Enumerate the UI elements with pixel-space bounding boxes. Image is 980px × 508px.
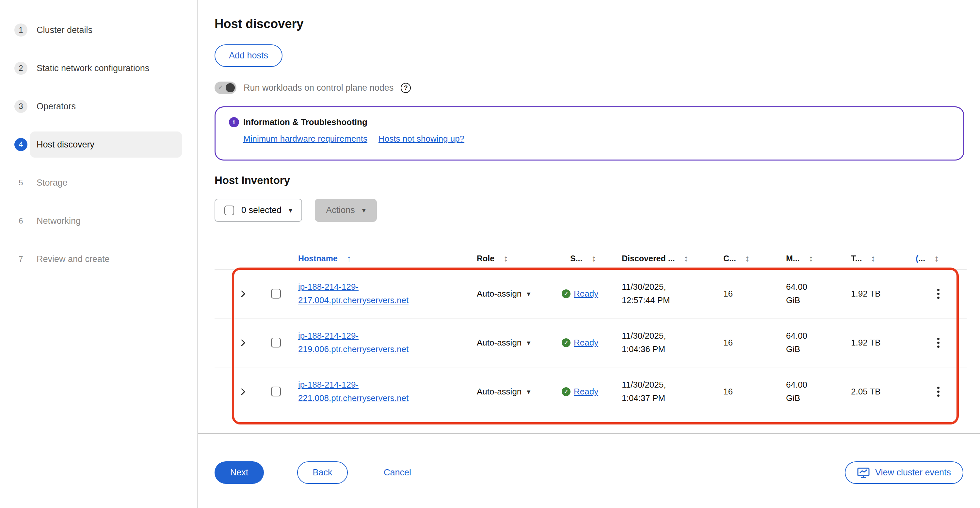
control-plane-toggle-row: Run workloads on control plane nodes xyxy=(215,82,411,94)
kebab-menu-icon[interactable] xyxy=(935,336,942,350)
role-dropdown[interactable]: Auto-assign xyxy=(468,367,549,416)
column-header-extra[interactable]: ( xyxy=(916,252,918,265)
bulk-select-checkbox[interactable] xyxy=(224,206,234,215)
cpu-cores: 16 xyxy=(705,318,768,367)
view-cluster-events-button[interactable]: View cluster events xyxy=(845,461,963,484)
sidebar-item-static-network-configurations[interactable]: 2 Static network configurations xyxy=(14,60,149,76)
sort-icon[interactable] xyxy=(504,252,508,265)
bulk-select-label: 0 selected xyxy=(241,205,282,215)
memory: 64.00GiB xyxy=(768,318,832,367)
column-header-extra-ellipsis: ... xyxy=(918,252,925,265)
back-button[interactable]: Back xyxy=(297,461,348,484)
column-header-status[interactable]: S... xyxy=(570,252,582,265)
sidebar-item-operators[interactable]: 3 Operators xyxy=(14,98,76,114)
discovered-at: 11/30/2025,1:04:36 PM xyxy=(606,318,705,367)
cpu-cores: 16 xyxy=(705,270,768,318)
wizard-footer: Next Back Cancel View cluster events xyxy=(215,461,963,484)
info-troubleshooting-box: i Information & Troubleshooting Minimum … xyxy=(215,106,964,160)
sort-ascending-icon[interactable] xyxy=(347,252,352,265)
expand-column-header xyxy=(215,248,262,269)
sidebar-item-cluster-details[interactable]: 1 Cluster details xyxy=(14,22,92,38)
sidebar-item-label: Static network configurations xyxy=(37,63,149,73)
table-row: ip-188-214-129-217.004.ptr.cherryservers… xyxy=(215,270,967,318)
switch-knob xyxy=(226,83,235,92)
add-hosts-button[interactable]: Add hosts xyxy=(215,44,282,67)
next-button[interactable]: Next xyxy=(215,461,264,484)
bulk-select-dropdown[interactable]: 0 selected xyxy=(215,199,302,222)
monitor-chart-icon xyxy=(857,467,870,478)
sidebar-item-storage: 5 Storage xyxy=(14,175,68,191)
total-storage: 1.92 TB xyxy=(832,318,896,367)
column-header-discovered[interactable]: Discovered ... xyxy=(622,252,675,265)
sidebar-item-networking: 6 Networking xyxy=(14,213,81,229)
table-row: ip-188-214-129-221.008.ptr.cherryservers… xyxy=(215,367,967,416)
expand-row-chevron-icon[interactable] xyxy=(239,290,245,297)
extra-cell xyxy=(896,318,935,367)
row-select-checkbox[interactable] xyxy=(271,338,281,348)
hostname-link[interactable]: ip-188-214-129-221.008.ptr.cherryservers… xyxy=(298,378,409,405)
column-header-hostname[interactable]: Hostname xyxy=(298,252,338,265)
step-number: 6 xyxy=(14,214,27,227)
info-box-title: Information & Troubleshooting xyxy=(243,117,368,127)
sidebar-item-host-discovery[interactable]: 4 Host discovery xyxy=(14,137,94,153)
chevron-down-icon xyxy=(527,336,530,349)
hostname-link[interactable]: ip-188-214-129-217.004.ptr.cherryservers… xyxy=(298,280,409,307)
memory: 64.00GiB xyxy=(768,367,832,416)
sidebar-item-label: Host discovery xyxy=(37,140,94,150)
discovered-at: 11/30/2025,1:04:37 PM xyxy=(606,367,705,416)
row-select-checkbox[interactable] xyxy=(271,387,281,397)
total-storage: 2.05 TB xyxy=(832,367,896,416)
inventory-toolbar: 0 selected Actions xyxy=(215,199,377,222)
role-dropdown[interactable]: Auto-assign xyxy=(468,270,549,318)
discovered-at: 11/30/2025,12:57:44 PM xyxy=(606,270,705,318)
cancel-button[interactable]: Cancel xyxy=(384,461,411,484)
ready-status-icon xyxy=(562,289,571,298)
step-number: 5 xyxy=(14,176,27,189)
sort-icon[interactable] xyxy=(592,252,596,265)
ready-status-icon xyxy=(562,338,571,347)
info-icon: i xyxy=(229,117,239,127)
table-header-row: Hostname Role S... Discovered ... C... M… xyxy=(215,248,967,270)
sort-icon[interactable] xyxy=(745,252,750,265)
sidebar-item-label: Review and create xyxy=(37,254,110,264)
help-icon[interactable] xyxy=(401,83,411,93)
hosts-not-showing-up-link[interactable]: Hosts not showing up? xyxy=(379,134,465,144)
kebab-column-header xyxy=(935,248,967,269)
host-inventory-table: Hostname Role S... Discovered ... C... M… xyxy=(215,248,967,416)
step-number: 4 xyxy=(14,138,27,151)
column-header-memory[interactable]: M... xyxy=(786,252,800,265)
status-link[interactable]: Ready xyxy=(574,385,598,398)
actions-label: Actions xyxy=(326,205,355,215)
host-inventory-heading: Host Inventory xyxy=(215,174,290,187)
sidebar-item-label: Cluster details xyxy=(37,25,92,35)
expand-row-chevron-icon[interactable] xyxy=(239,339,245,346)
sort-icon[interactable] xyxy=(684,252,689,265)
status-link[interactable]: Ready xyxy=(574,336,598,349)
column-header-cpu[interactable]: C... xyxy=(723,252,736,265)
sort-icon[interactable] xyxy=(809,252,813,265)
run-workloads-switch[interactable] xyxy=(215,82,236,94)
chevron-down-icon xyxy=(527,287,530,300)
role-dropdown[interactable]: Auto-assign xyxy=(468,318,549,367)
run-workloads-label: Run workloads on control plane nodes xyxy=(243,83,393,93)
chevron-down-icon xyxy=(527,385,530,398)
ready-status-icon xyxy=(562,387,571,396)
actions-dropdown[interactable]: Actions xyxy=(315,199,377,222)
view-cluster-events-label: View cluster events xyxy=(875,468,951,478)
cpu-cores: 16 xyxy=(705,367,768,416)
kebab-menu-icon[interactable] xyxy=(935,385,942,399)
row-select-checkbox[interactable] xyxy=(271,289,281,298)
status-link[interactable]: Ready xyxy=(574,287,598,300)
sort-icon[interactable] xyxy=(871,252,875,265)
column-header-storage[interactable]: T... xyxy=(851,252,862,265)
footer-divider xyxy=(198,433,980,434)
hostname-link[interactable]: ip-188-214-129-219.006.ptr.cherryservers… xyxy=(298,329,409,356)
step-number: 3 xyxy=(14,100,27,113)
minimum-hardware-requirements-link[interactable]: Minimum hardware requirements xyxy=(243,134,368,144)
chevron-down-icon xyxy=(362,206,366,215)
expand-row-chevron-icon[interactable] xyxy=(239,388,245,395)
kebab-menu-icon[interactable] xyxy=(935,287,942,301)
total-storage: 1.92 TB xyxy=(832,270,896,318)
sidebar-item-label: Networking xyxy=(37,216,81,226)
column-header-role[interactable]: Role xyxy=(477,252,495,265)
